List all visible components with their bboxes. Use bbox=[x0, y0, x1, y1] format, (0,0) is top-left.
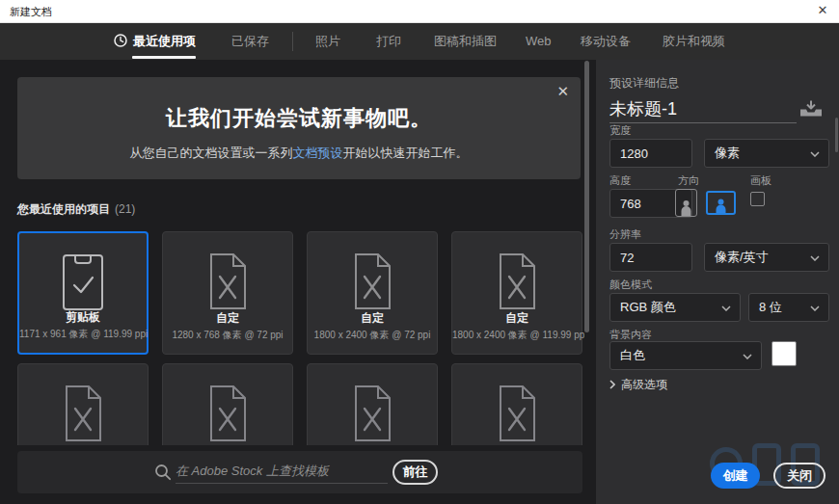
banner-subtitle-text: 开始以快速开始工作。 bbox=[343, 146, 469, 160]
recent-count-badge: (21) bbox=[115, 202, 135, 216]
document-presets-link[interactable]: 文档预设 bbox=[293, 146, 343, 160]
orientation-portrait-icon[interactable] bbox=[675, 189, 697, 217]
resolution-input[interactable] bbox=[609, 243, 692, 272]
recent-card-row2[interactable] bbox=[451, 363, 582, 445]
window-title: 新建文档 bbox=[10, 5, 52, 19]
artboard-label: 画板 bbox=[750, 173, 771, 188]
recent-card-row2[interactable] bbox=[307, 363, 438, 445]
width-label: 宽度 bbox=[609, 123, 631, 138]
chevron-down-icon bbox=[810, 151, 820, 157]
bit-depth-dropdown[interactable]: 8 位 bbox=[748, 293, 829, 322]
color-mode-dropdown[interactable]: RGB 颜色 bbox=[609, 293, 741, 322]
search-input[interactable] bbox=[176, 459, 388, 484]
chevron-right-icon bbox=[609, 380, 615, 389]
recent-card-clipboard[interactable]: 剪贴板 1171 x 961 像素 @ 119.99 ppi bbox=[17, 231, 149, 355]
banner-heading: 让我们开始尝试新事物吧。 bbox=[17, 104, 581, 133]
tab-label: 照片 bbox=[315, 34, 340, 48]
background-color-swatch[interactable] bbox=[771, 341, 797, 366]
tab-divider bbox=[292, 32, 293, 51]
background-dropdown[interactable]: 白色 bbox=[609, 341, 762, 370]
recent-section-title: 您最近使用的项目(21) bbox=[17, 201, 135, 218]
resolution-unit-value: 像素/英寸 bbox=[715, 250, 769, 264]
window-titlebar: 新建文档 ✕ bbox=[0, 0, 839, 23]
close-button[interactable]: 关闭 bbox=[773, 463, 825, 489]
document-edit-icon bbox=[493, 252, 541, 311]
chevron-down-icon bbox=[743, 354, 752, 359]
document-edit-icon bbox=[59, 384, 107, 443]
tab-label: 已保存 bbox=[231, 34, 269, 48]
adobe-stock-search-bar: 前往 bbox=[17, 451, 582, 493]
orientation-label: 方向 bbox=[678, 173, 699, 188]
preset-header: 预设详细信息 bbox=[609, 75, 679, 92]
active-tab-underline bbox=[132, 56, 196, 59]
search-icon bbox=[154, 464, 172, 481]
advanced-options-label: 高级选项 bbox=[621, 378, 667, 391]
tab-mobile[interactable]: 移动设备 bbox=[581, 23, 631, 60]
vertical-scrollbar[interactable] bbox=[584, 61, 589, 332]
card-meta: 1800 x 2400 像素 @ 72 ppi bbox=[308, 329, 437, 342]
card-meta: 1280 x 768 像素 @ 72 ppi bbox=[163, 329, 292, 342]
recent-documents-area: ✕ 让我们开始尝试新事物吧。 从您自己的文档设置或一系列文档预设开始以快速开始工… bbox=[0, 60, 596, 504]
recent-section-label: 您最近使用的项目 bbox=[17, 202, 110, 216]
tab-photo[interactable]: 照片 bbox=[315, 23, 340, 60]
background-value: 白色 bbox=[620, 348, 645, 362]
clipboard-check-icon bbox=[60, 252, 106, 312]
tab-label: 打印 bbox=[376, 34, 401, 48]
recent-card-row2[interactable] bbox=[17, 363, 149, 445]
tab-label: 胶片和视频 bbox=[663, 34, 725, 48]
color-mode-value: RGB 颜色 bbox=[620, 300, 676, 314]
card-title: 剪贴板 bbox=[19, 309, 147, 326]
chevron-down-icon bbox=[810, 255, 820, 261]
card-title: 自定 bbox=[308, 310, 437, 327]
recent-card-custom-3[interactable]: 自定 1800 x 2400 像素 @ 119.99 ppi bbox=[451, 231, 582, 355]
tab-recent[interactable]: 最近使用项 bbox=[114, 23, 196, 60]
recent-cards-grid: 剪贴板 1171 x 961 像素 @ 119.99 ppi 自定 1280 x… bbox=[17, 231, 584, 445]
document-edit-icon bbox=[348, 252, 396, 311]
recent-card-custom-2[interactable]: 自定 1800 x 2400 像素 @ 72 ppi bbox=[307, 231, 438, 355]
advanced-options-toggle[interactable]: 高级选项 bbox=[609, 377, 667, 393]
go-button[interactable]: 前往 bbox=[392, 460, 438, 485]
clock-icon bbox=[114, 36, 127, 50]
tab-print[interactable]: 打印 bbox=[376, 23, 401, 60]
chevron-down-icon bbox=[721, 305, 731, 311]
tab-label: 图稿和插图 bbox=[434, 34, 497, 48]
tab-label: Web bbox=[526, 34, 552, 48]
banner-close-icon[interactable]: ✕ bbox=[556, 83, 569, 100]
orientation-landscape-icon[interactable] bbox=[706, 191, 736, 215]
document-edit-icon bbox=[493, 384, 541, 443]
create-button[interactable]: 创建 bbox=[711, 463, 760, 489]
tab-art-illustration[interactable]: 图稿和插图 bbox=[434, 23, 497, 60]
category-tabbar: 最近使用项 已保存 照片 打印 图稿和插图 Web 移动设备 胶片和视频 bbox=[0, 23, 839, 60]
chevron-down-icon bbox=[810, 305, 820, 311]
recent-card-row2[interactable] bbox=[162, 363, 293, 445]
document-edit-icon bbox=[203, 384, 252, 443]
card-title: 自定 bbox=[163, 310, 292, 327]
save-preset-icon[interactable] bbox=[799, 100, 823, 117]
new-document-dialog: 新建文档 ✕ 最近使用项 已保存 照片 打印 图稿和插图 Web 移动设备 胶片… bbox=[0, 0, 839, 504]
tab-saved[interactable]: 已保存 bbox=[231, 23, 269, 60]
resolution-unit-dropdown[interactable]: 像素/英寸 bbox=[704, 243, 829, 272]
tab-web[interactable]: Web bbox=[526, 23, 552, 60]
color-mode-label: 颜色模式 bbox=[609, 278, 652, 292]
width-unit-dropdown[interactable]: 像素 bbox=[704, 139, 829, 168]
width-unit-value: 像素 bbox=[715, 146, 740, 160]
card-meta: 1800 x 2400 像素 @ 119.99 ppi bbox=[452, 329, 582, 342]
resolution-label: 分辨率 bbox=[609, 227, 641, 242]
banner-subtitle: 从您自己的文档设置或一系列文档预设开始以快速开始工作。 bbox=[17, 145, 581, 162]
banner-subtitle-text: 从您自己的文档设置或一系列 bbox=[130, 146, 293, 160]
width-input[interactable] bbox=[609, 139, 692, 168]
card-meta: 1171 x 961 像素 @ 119.99 ppi bbox=[19, 328, 147, 341]
document-edit-icon bbox=[203, 252, 252, 311]
tab-film-video[interactable]: 胶片和视频 bbox=[663, 23, 725, 60]
recent-card-custom-1[interactable]: 自定 1280 x 768 像素 @ 72 ppi bbox=[162, 231, 293, 355]
preset-details-panel: 预设详细信息 宽度 像素 高度 方向 画板 分辨率 bbox=[596, 60, 839, 504]
document-title-input[interactable] bbox=[609, 94, 797, 123]
window-close-icon[interactable]: ✕ bbox=[814, 3, 831, 17]
background-label: 背景内容 bbox=[609, 328, 652, 342]
welcome-banner: ✕ 让我们开始尝试新事物吧。 从您自己的文档设置或一系列文档预设开始以快速开始工… bbox=[17, 77, 581, 179]
card-title: 自定 bbox=[452, 310, 582, 327]
panel-scrollbar[interactable] bbox=[835, 118, 838, 152]
height-label: 高度 bbox=[609, 173, 631, 188]
document-edit-icon bbox=[348, 384, 396, 443]
artboard-checkbox[interactable] bbox=[750, 192, 765, 206]
